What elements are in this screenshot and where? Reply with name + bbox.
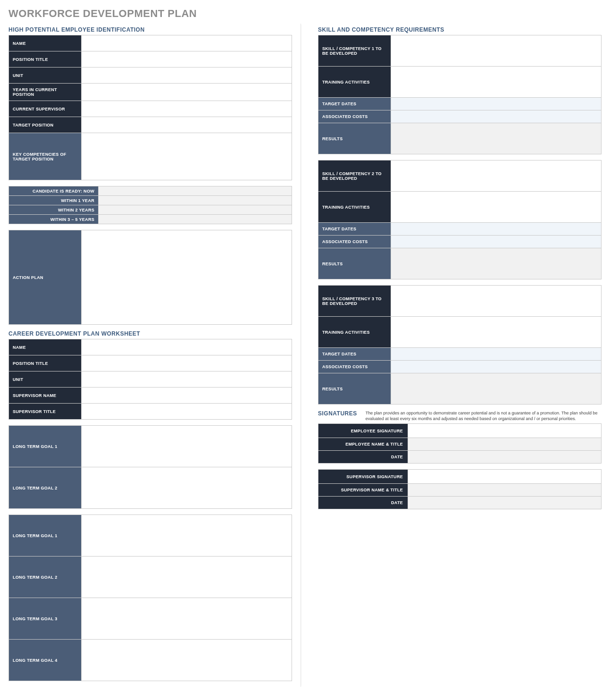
- action-plan-table: ACTION PLAN: [8, 230, 292, 325]
- value-costs-3[interactable]: [391, 361, 602, 373]
- label-name: NAME: [9, 35, 82, 51]
- value-sc2[interactable]: [391, 160, 602, 192]
- value-c-supname[interactable]: [82, 388, 292, 404]
- label-emp-date: DATE: [318, 451, 408, 464]
- value-key-competencies[interactable]: [82, 133, 292, 180]
- value-dates-3[interactable]: [391, 348, 602, 361]
- value-ready-1y[interactable]: [99, 196, 292, 205]
- skill-block-2: SKILL / COMPETENCY 2 TO BE DEVELOPED TRA…: [318, 160, 602, 279]
- value-training-1[interactable]: [391, 67, 602, 98]
- row-sc2: SKILL / COMPETENCY 2 TO BE DEVELOPED: [318, 160, 602, 192]
- row-key-competencies: KEY COMPETENCIES OF TARGET POSITION: [9, 133, 292, 180]
- row-position-title: POSITION TITLE: [9, 51, 292, 67]
- row-c-supname: SUPERVISOR NAME: [9, 388, 292, 404]
- label-costs-2: ASSOCIATED COSTS: [318, 236, 391, 248]
- row-training-2: TRAINING ACTIVITIES: [318, 192, 602, 223]
- label-ready-1y: WITHIN 1 YEAR: [9, 196, 99, 205]
- row-costs-3: ASSOCIATED COSTS: [318, 361, 602, 373]
- row-sup-date: DATE: [318, 497, 602, 509]
- value-lta-1[interactable]: [82, 426, 292, 467]
- row-c-name: NAME: [9, 339, 292, 355]
- row-results-1: RESULTS: [318, 123, 602, 154]
- row-ready-2y: WITHIN 2 YEARS: [9, 205, 292, 215]
- row-sup-name: SUPERVISOR NAME & TITLE: [318, 484, 602, 497]
- value-target-position[interactable]: [82, 117, 292, 133]
- label-target-position: TARGET POSITION: [9, 117, 82, 133]
- row-ltb-3: LONG TERM GOAL 3: [9, 598, 292, 640]
- value-ready-2y[interactable]: [99, 205, 292, 215]
- label-ltb-3: LONG TERM GOAL 3: [9, 598, 82, 640]
- value-training-2[interactable]: [391, 192, 602, 223]
- value-years[interactable]: [82, 84, 292, 101]
- row-emp-sig: EMPLOYEE SIGNATURE: [318, 424, 602, 438]
- value-ready-35y[interactable]: [99, 215, 292, 224]
- value-results-3[interactable]: [391, 373, 602, 405]
- row-emp-name: EMPLOYEE NAME & TITLE: [318, 438, 602, 451]
- long-term-goals-b-table: LONG TERM GOAL 1 LONG TERM GOAL 2 LONG T…: [8, 514, 292, 681]
- row-results-2: RESULTS: [318, 248, 602, 279]
- row-supervisor: CURRENT SUPERVISOR: [9, 101, 292, 117]
- label-position-title: POSITION TITLE: [9, 51, 82, 67]
- row-training-1: TRAINING ACTIVITIES: [318, 67, 602, 98]
- value-lta-2[interactable]: [82, 467, 292, 509]
- value-emp-sig[interactable]: [408, 424, 602, 438]
- value-sup-sig[interactable]: [408, 470, 602, 484]
- value-ready-now[interactable]: [99, 186, 292, 196]
- label-c-suptitle: SUPERVISOR TITLE: [9, 404, 82, 420]
- value-training-3[interactable]: [391, 317, 602, 348]
- label-sc2: SKILL / COMPETENCY 2 TO BE DEVELOPED: [318, 160, 391, 192]
- label-dates-2: TARGET DATES: [318, 223, 391, 236]
- row-sc1: SKILL / COMPETENCY 1 TO BE DEVELOPED: [318, 35, 602, 67]
- value-ltb-2[interactable]: [82, 557, 292, 598]
- value-results-1[interactable]: [391, 123, 602, 154]
- value-unit[interactable]: [82, 67, 292, 84]
- label-c-unit: UNIT: [9, 371, 82, 388]
- label-lta-1: LONG TERM GOAL 1: [9, 426, 82, 467]
- value-position-title[interactable]: [82, 51, 292, 67]
- row-c-unit: UNIT: [9, 371, 292, 388]
- row-c-position: POSITION TITLE: [9, 355, 292, 371]
- value-ltb-4[interactable]: [82, 640, 292, 681]
- label-costs-1: ASSOCIATED COSTS: [318, 110, 391, 123]
- value-results-2[interactable]: [391, 248, 602, 279]
- label-ready-35y: WITHIN 3 – 5 YEARS: [9, 215, 99, 224]
- label-emp-sig: EMPLOYEE SIGNATURE: [318, 424, 408, 438]
- label-results-1: RESULTS: [318, 123, 391, 154]
- value-dates-1[interactable]: [391, 98, 602, 110]
- value-sup-name[interactable]: [408, 484, 602, 497]
- row-name: NAME: [9, 35, 292, 51]
- row-years: YEARS IN CURRENT POSITION: [9, 84, 292, 101]
- value-dates-2[interactable]: [391, 223, 602, 236]
- label-sc1: SKILL / COMPETENCY 1 TO BE DEVELOPED: [318, 35, 391, 67]
- label-dates-3: TARGET DATES: [318, 348, 391, 361]
- value-sup-date[interactable]: [408, 497, 602, 509]
- value-supervisor[interactable]: [82, 101, 292, 117]
- label-unit: UNIT: [9, 67, 82, 84]
- row-dates-1: TARGET DATES: [318, 98, 602, 110]
- value-c-name[interactable]: [82, 339, 292, 355]
- value-c-unit[interactable]: [82, 371, 292, 388]
- value-name[interactable]: [82, 35, 292, 51]
- value-costs-1[interactable]: [391, 110, 602, 123]
- value-ltb-1[interactable]: [82, 515, 292, 557]
- value-c-suptitle[interactable]: [82, 404, 292, 420]
- row-costs-2: ASSOCIATED COSTS: [318, 236, 602, 248]
- row-emp-date: DATE: [318, 451, 602, 464]
- value-costs-2[interactable]: [391, 236, 602, 248]
- value-emp-name[interactable]: [408, 438, 602, 451]
- label-training-3: TRAINING ACTIVITIES: [318, 317, 391, 348]
- value-ltb-3[interactable]: [82, 598, 292, 640]
- label-years: YEARS IN CURRENT POSITION: [9, 84, 82, 101]
- value-emp-date[interactable]: [408, 451, 602, 464]
- value-c-position[interactable]: [82, 355, 292, 371]
- row-training-3: TRAINING ACTIVITIES: [318, 317, 602, 348]
- label-sup-sig: SUPERVISOR SIGNATURE: [318, 470, 408, 484]
- section-signatures-title: SIGNATURES: [318, 410, 357, 417]
- value-sc1[interactable]: [391, 35, 602, 67]
- right-column: SKILL AND COMPETENCY REQUIREMENTS SKILL …: [318, 24, 602, 515]
- row-action-plan: ACTION PLAN: [9, 230, 292, 325]
- row-ready-1y: WITHIN 1 YEAR: [9, 196, 292, 205]
- value-sc3[interactable]: [391, 286, 602, 317]
- value-action-plan[interactable]: [82, 230, 292, 325]
- label-c-position: POSITION TITLE: [9, 355, 82, 371]
